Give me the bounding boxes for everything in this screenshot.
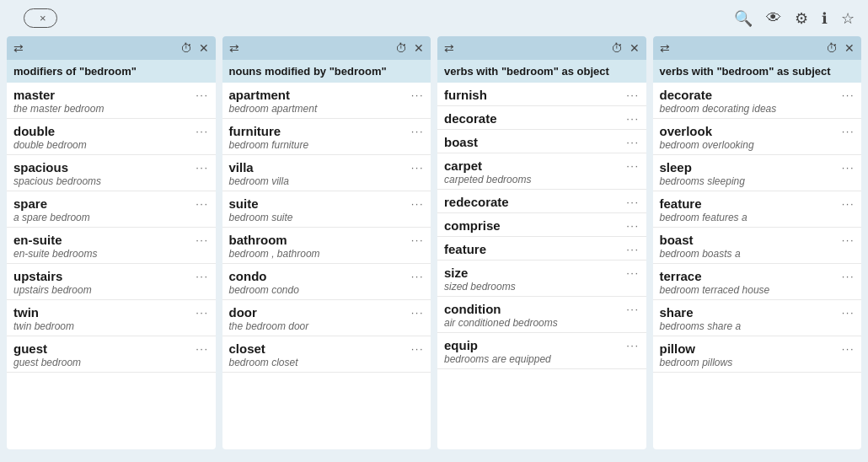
- col-close-icon[interactable]: ✕: [630, 41, 640, 55]
- item-word[interactable]: feature: [444, 242, 486, 256]
- item-word[interactable]: equip: [444, 338, 478, 352]
- item-options-button[interactable]: ···: [626, 243, 639, 255]
- word-badge[interactable]: ×: [24, 8, 57, 28]
- item-options-button[interactable]: ···: [842, 125, 855, 137]
- item-options-button[interactable]: ···: [626, 196, 639, 208]
- item-word[interactable]: feature: [660, 196, 702, 211]
- item-word[interactable]: carpet: [444, 158, 482, 173]
- item-word[interactable]: en-suite: [13, 233, 62, 247]
- item-options-button[interactable]: ···: [842, 342, 855, 355]
- item-options-button[interactable]: ···: [411, 342, 424, 355]
- item-word[interactable]: villa: [229, 160, 254, 175]
- settings-icon[interactable]: ⚙: [795, 9, 808, 28]
- item-word[interactable]: condo: [229, 269, 267, 283]
- item-word[interactable]: decorate: [660, 88, 713, 102]
- item-options-button[interactable]: ···: [842, 197, 855, 210]
- item-options-button[interactable]: ···: [626, 159, 639, 172]
- item-options-button[interactable]: ···: [626, 266, 639, 279]
- list-item: spacious···spacious bedrooms: [7, 155, 216, 191]
- item-options-button[interactable]: ···: [842, 270, 855, 282]
- col-swap-icon[interactable]: ⇄: [660, 41, 670, 55]
- item-word[interactable]: closet: [229, 341, 265, 356]
- col-timer-icon[interactable]: ⏱: [611, 41, 623, 55]
- list-item: boast···: [437, 130, 646, 153]
- item-word[interactable]: size: [444, 266, 468, 280]
- item-options-button[interactable]: ···: [411, 89, 424, 101]
- col-close-icon[interactable]: ✕: [414, 41, 424, 55]
- item-options-button[interactable]: ···: [196, 197, 208, 210]
- item-word[interactable]: condition: [444, 302, 501, 316]
- item-word[interactable]: boast: [444, 135, 478, 149]
- col-close-icon[interactable]: ✕: [844, 41, 855, 55]
- item-word[interactable]: guest: [13, 341, 47, 356]
- col-timer-icon[interactable]: ⏱: [395, 41, 407, 55]
- item-options-button[interactable]: ···: [626, 339, 639, 352]
- item-options-button[interactable]: ···: [411, 197, 424, 210]
- item-word[interactable]: spare: [13, 196, 47, 211]
- item-options-button[interactable]: ···: [626, 89, 639, 101]
- col-swap-icon[interactable]: ⇄: [13, 41, 24, 55]
- item-options-button[interactable]: ···: [411, 125, 424, 137]
- item-word[interactable]: door: [229, 305, 257, 320]
- item-options-button[interactable]: ···: [411, 234, 424, 246]
- item-options-button[interactable]: ···: [411, 306, 424, 319]
- col-title-verbs-object: verbs with "bedroom" as object: [437, 60, 646, 83]
- list-item: furnish···: [437, 83, 646, 106]
- item-options-button[interactable]: ···: [626, 136, 639, 148]
- item-options-button[interactable]: ···: [842, 234, 855, 246]
- item-word[interactable]: terrace: [660, 269, 702, 283]
- item-word[interactable]: pillow: [660, 341, 696, 356]
- item-word[interactable]: twin: [13, 305, 39, 320]
- item-options-button[interactable]: ···: [196, 342, 208, 355]
- item-word[interactable]: overlook: [660, 124, 713, 138]
- col-timer-icon[interactable]: ⏱: [826, 41, 838, 55]
- item-word[interactable]: decorate: [444, 111, 497, 126]
- header-toolbar: 🔍 👁 ⚙ ℹ ☆: [734, 9, 855, 28]
- item-word[interactable]: apartment: [229, 88, 291, 102]
- item-example: guest bedroom: [13, 357, 209, 368]
- col-swap-icon[interactable]: ⇄: [444, 41, 454, 55]
- search-icon[interactable]: 🔍: [734, 9, 753, 28]
- item-options-button[interactable]: ···: [196, 234, 208, 246]
- item-word[interactable]: furnish: [444, 88, 487, 102]
- item-word[interactable]: furniture: [229, 124, 281, 138]
- item-options-button[interactable]: ···: [842, 89, 855, 101]
- item-word[interactable]: sleep: [660, 160, 692, 175]
- item-word[interactable]: suite: [229, 196, 259, 211]
- col-close-icon[interactable]: ✕: [199, 41, 209, 55]
- item-word[interactable]: master: [13, 88, 55, 102]
- list-item: upstairs···upstairs bedroom: [7, 264, 216, 300]
- item-row: furnish···: [444, 88, 640, 102]
- item-word[interactable]: spacious: [13, 160, 68, 175]
- item-options-button[interactable]: ···: [842, 306, 855, 319]
- item-options-button[interactable]: ···: [196, 306, 208, 319]
- item-row: master···: [13, 88, 209, 102]
- item-options-button[interactable]: ···: [196, 89, 208, 101]
- item-word[interactable]: bathroom: [229, 233, 287, 247]
- view-icon[interactable]: 👁: [766, 9, 781, 27]
- item-word[interactable]: share: [660, 305, 694, 320]
- item-options-button[interactable]: ···: [196, 270, 208, 282]
- list-item: comprise···: [437, 213, 646, 237]
- item-options-button[interactable]: ···: [196, 161, 208, 174]
- item-word[interactable]: upstairs: [13, 269, 62, 283]
- item-options-button[interactable]: ···: [411, 161, 424, 174]
- item-options-button[interactable]: ···: [196, 125, 208, 137]
- item-word[interactable]: double: [13, 124, 55, 138]
- item-options-button[interactable]: ···: [842, 161, 855, 174]
- col-timer-icon[interactable]: ⏱: [180, 41, 192, 55]
- col-items-verbs-object: furnish···decorate···boast···carpet···ca…: [437, 83, 646, 449]
- badge-close[interactable]: ×: [40, 12, 46, 24]
- item-row: apartment···: [229, 88, 425, 102]
- item-options-button[interactable]: ···: [626, 112, 639, 125]
- item-options-button[interactable]: ···: [626, 219, 639, 232]
- favorite-icon[interactable]: ☆: [841, 9, 855, 28]
- item-word[interactable]: redecorate: [444, 195, 509, 209]
- list-item: decorate···: [437, 106, 646, 130]
- item-options-button[interactable]: ···: [411, 270, 424, 282]
- item-options-button[interactable]: ···: [626, 303, 639, 315]
- info-icon[interactable]: ℹ: [822, 9, 828, 28]
- col-swap-icon[interactable]: ⇄: [229, 41, 239, 55]
- item-word[interactable]: comprise: [444, 218, 501, 233]
- item-word[interactable]: boast: [660, 233, 694, 247]
